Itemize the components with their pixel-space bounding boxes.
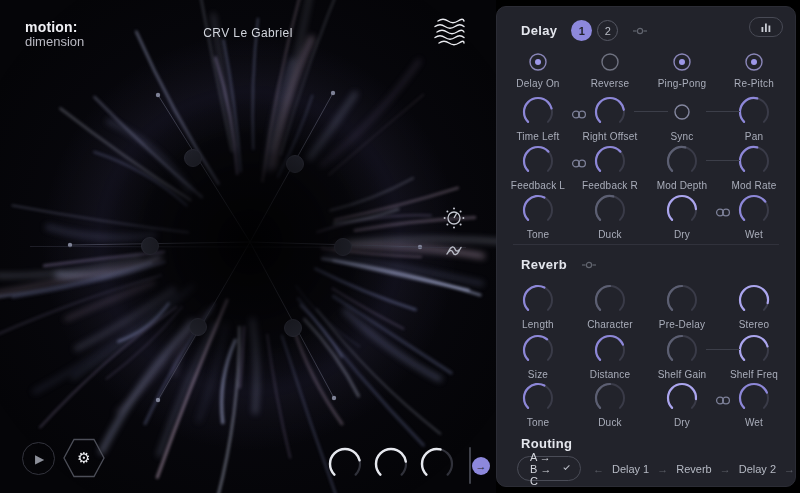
reverb-header: Reverb: [521, 257, 597, 272]
connector-line: [706, 349, 740, 350]
viz-handle-2[interactable]: [335, 239, 352, 256]
knob-duck[interactable]: Duck: [574, 191, 646, 249]
delay-title: Delay: [521, 23, 557, 38]
knob-label: Dry: [674, 417, 690, 428]
controls-panel: Delay 12 D: [496, 6, 796, 487]
bar-chart-icon: [759, 22, 773, 33]
routing-step: Delay 2: [739, 463, 776, 475]
knob-label: Tone: [527, 417, 550, 428]
dial-icon[interactable]: [442, 206, 466, 234]
knob-label: Pan: [745, 131, 763, 142]
link-icon[interactable]: [714, 392, 732, 410]
expand-panel-button[interactable]: →: [472, 457, 490, 475]
knob-label: Wet: [745, 229, 763, 240]
toggle-label: Re-Pitch: [734, 78, 774, 89]
knob-label: Tone: [527, 229, 550, 240]
knob-label: Mod Rate: [732, 180, 777, 191]
knob-tone[interactable]: Tone: [502, 379, 574, 437]
starburst-visualization[interactable]: [0, 0, 496, 493]
knob-label: Time Left: [516, 131, 559, 142]
panel-divider: [469, 447, 471, 484]
reverb-knob-row-3: ToneDuckDryWet: [502, 379, 792, 437]
routing-step: Delay 1: [612, 463, 649, 475]
toggle-label: Ping-Pong: [658, 78, 707, 89]
knob-label: Pre-Delay: [659, 319, 705, 330]
gear-icon: ⚙: [63, 438, 105, 478]
delay-header: Delay 12: [521, 20, 648, 41]
link-icon[interactable]: [570, 106, 588, 124]
reverb-pin-icon[interactable]: [581, 258, 597, 272]
viz-handle-6[interactable]: [285, 320, 302, 337]
settings-button[interactable]: ⚙: [63, 438, 105, 478]
toggle-label: Reverse: [591, 78, 630, 89]
knob-label: Feedback R: [582, 180, 638, 191]
visualizer-stage: motion: dimension CRV Le Gabriel: [0, 0, 496, 493]
knob-label: Dry: [674, 229, 690, 240]
waves-icon: [432, 16, 468, 52]
knob-dry[interactable]: Dry: [646, 191, 718, 249]
link-icon[interactable]: [570, 155, 588, 173]
delay-tabs: 12: [571, 20, 618, 41]
knob-label: Stereo: [739, 319, 770, 330]
knob-label: Duck: [598, 417, 622, 428]
macro-knobs: [324, 443, 458, 489]
knob-label: Feedback L: [511, 180, 565, 191]
chevron-down-icon: [563, 464, 570, 471]
delay-tab-1[interactable]: 1: [571, 20, 592, 41]
knob-dry[interactable]: Dry: [646, 379, 718, 437]
macro-knob-2[interactable]: [370, 443, 412, 489]
routing-selector[interactable]: A → B → C: [517, 456, 581, 481]
routing-header: Routing: [521, 436, 572, 451]
chain-arrow-icon: →: [784, 463, 795, 475]
play-button[interactable]: ▶: [22, 442, 55, 475]
play-icon: ▶: [35, 452, 44, 466]
viz-handle-4[interactable]: [287, 156, 304, 173]
connector-line: [634, 111, 668, 112]
macro-knob-1[interactable]: [324, 443, 366, 489]
viz-handle-5[interactable]: [190, 319, 207, 336]
routing-chain: ←Delay 1→Reverb→Delay 2→: [593, 463, 795, 475]
delay-tab-2[interactable]: 2: [597, 20, 618, 41]
knob-label: Character: [587, 319, 633, 330]
knob-duck[interactable]: Duck: [574, 379, 646, 437]
squiggle-icon[interactable]: [442, 238, 466, 266]
viz-handle-3[interactable]: [185, 150, 202, 167]
routing-row: A → B → C ←Delay 1→Reverb→Delay 2→: [517, 456, 795, 481]
knob-label: Right Offset: [582, 131, 637, 142]
routing-title: Routing: [521, 436, 572, 451]
viz-handle-1[interactable]: [142, 238, 159, 255]
knob-label: Length: [522, 319, 554, 330]
knob-label: Mod Depth: [657, 180, 708, 191]
knob-label: Duck: [598, 229, 622, 240]
plugin-window: motion: dimension CRV Le Gabriel: [0, 0, 800, 493]
delay-knob-row-3: ToneDuckDryWet: [502, 191, 792, 249]
right-arrow-icon: →: [476, 460, 487, 472]
toggle-label: Delay On: [516, 78, 559, 89]
chain-arrow-icon: ←: [593, 463, 604, 475]
routing-selector-value: A → B → C: [530, 451, 557, 487]
analyzer-button[interactable]: [749, 17, 783, 37]
link-icon[interactable]: [714, 204, 732, 222]
preset-name[interactable]: CRV Le Gabriel: [0, 26, 496, 40]
knob-tone[interactable]: Tone: [502, 191, 574, 249]
chain-arrow-icon: →: [657, 463, 668, 475]
knob-label: Wet: [745, 417, 763, 428]
connector-line: [706, 160, 740, 161]
section-divider: [513, 244, 779, 245]
delay-pin-icon[interactable]: [632, 24, 648, 38]
routing-step: Reverb: [676, 463, 711, 475]
chain-arrow-icon: →: [720, 463, 731, 475]
macro-knob-3[interactable]: [416, 443, 458, 489]
knob-label: Sync: [670, 131, 693, 142]
connector-line: [706, 111, 740, 112]
reverb-title: Reverb: [521, 257, 567, 272]
